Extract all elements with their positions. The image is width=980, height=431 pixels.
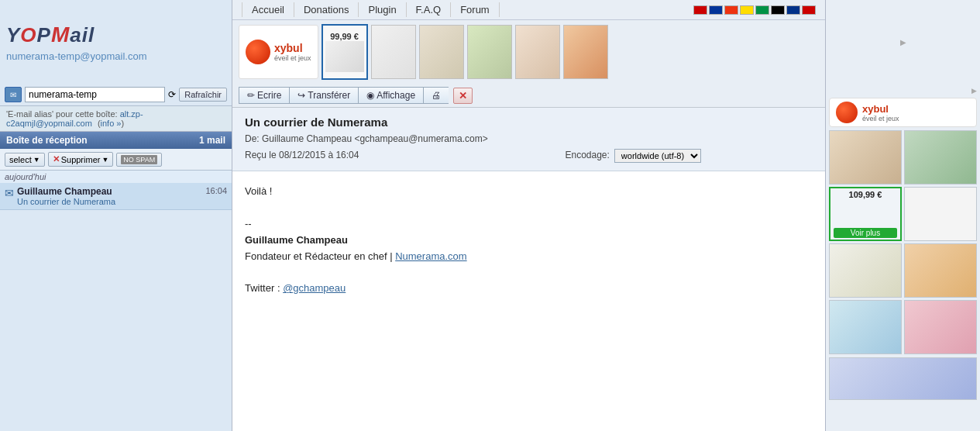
date-label: aujourd'hui <box>0 171 232 183</box>
right-ad-price: 109,99 € <box>830 190 900 199</box>
top-ad-item-4[interactable] <box>467 25 512 79</box>
mail-count: 1 mail <box>199 135 225 146</box>
body-separator: -- <box>245 216 813 233</box>
refresh-icon: ⟳ <box>168 89 176 100</box>
close-icon: ✕ <box>459 90 467 102</box>
delete-x-icon: ✕ <box>53 154 60 164</box>
alias-prefix: 'E-mail alias' pour cette boîte: <box>6 109 118 119</box>
right-ad-grid: 109,99 € Voir plus <box>829 130 977 354</box>
flag-en <box>693 5 707 15</box>
view-icon: ◉ <box>366 90 374 101</box>
right-ad-panel: ▶ xybul éveil et jeux 109,99 € Voir plus <box>825 84 980 431</box>
encoding-label: Encodage: <box>565 148 609 163</box>
right-ad-xybul-logo[interactable]: xybul éveil et jeux <box>829 98 977 127</box>
transfer-icon: ↪ <box>297 90 305 101</box>
email-subject: Un courrier de Numerama <box>245 116 813 129</box>
top-ad-item-5[interactable] <box>515 25 560 79</box>
write-button[interactable]: ✏ Ecrire <box>239 87 289 104</box>
from-name: Guillaume Champeau <box>262 133 352 144</box>
mail-item[interactable]: ✉ Guillaume Champeau Un courrier de Nume… <box>0 183 232 210</box>
right-ad-brand: xybul <box>862 103 899 115</box>
top-ad-price: 99,99 € <box>330 32 359 41</box>
body-greeting: Voilà ! <box>245 185 272 197</box>
right-ad-item-4[interactable] <box>904 187 977 241</box>
right-ad-item-8[interactable] <box>904 300 977 354</box>
encoding-select[interactable]: worldwide (utf-8) <box>614 149 701 163</box>
right-ad-item-7[interactable] <box>829 300 902 354</box>
numerama-link[interactable]: Numerama.com <box>395 250 466 262</box>
delete-button[interactable]: ✕ Supprimer ▼ <box>48 152 114 167</box>
right-ad-item-5[interactable] <box>829 243 902 298</box>
flag-fr <box>786 5 800 15</box>
mail-item-content: Guillaume Champeau Un courrier de Numera… <box>17 186 205 206</box>
alias-info[interactable]: info » <box>101 119 122 128</box>
inbox-label: Boîte de réception <box>6 135 88 146</box>
flag-it <box>755 5 769 15</box>
right-ad-item-1[interactable] <box>829 130 902 184</box>
top-ad-xybul-logo[interactable]: xybul éveil et jeux <box>239 25 318 79</box>
body-twitter: Twitter : @gchampeau <box>245 281 813 297</box>
twitter-handle[interactable]: @gchampeau <box>283 282 346 294</box>
flag-de <box>771 5 785 15</box>
top-ad-item-3[interactable] <box>419 25 464 79</box>
view-button[interactable]: ◉ Affichage <box>358 87 423 104</box>
right-ad-item-2[interactable] <box>904 130 977 184</box>
top-ad-sub: éveil et jeux <box>274 54 311 62</box>
flag-ru <box>709 5 723 15</box>
right-ad-featured[interactable]: 109,99 € Voir plus <box>829 187 902 241</box>
nav-plugin[interactable]: Plugin <box>359 2 406 17</box>
main-nav: Accueil Donations Plugin F.A.Q Forum <box>242 2 500 17</box>
top-ad-selected-item[interactable]: 99,99 € <box>322 24 368 80</box>
close-button[interactable]: ✕ <box>453 88 473 104</box>
write-label: Ecrire <box>257 90 281 101</box>
inbox-header: Boîte de réception 1 mail <box>0 132 232 149</box>
user-email: numerama-temp@yopmail.com <box>6 50 225 62</box>
delete-label: Supprimer <box>61 155 101 164</box>
spam-label: NO SPAM <box>121 155 157 164</box>
ad-label: ▶ <box>829 87 977 95</box>
email-meta: De: Guillaume Champeau <gchampeau@numera… <box>245 132 813 163</box>
print-button[interactable]: 🖨 <box>423 87 449 104</box>
transfer-label: Transférer <box>308 90 350 101</box>
body-title: Fondateur et Rédacteur en chef | Numeram… <box>245 249 813 265</box>
email-input[interactable] <box>25 87 165 102</box>
transfer-button[interactable]: ↪ Transférer <box>289 87 358 104</box>
nav-accueil[interactable]: Accueil <box>242 2 294 17</box>
print-icon: 🖨 <box>432 90 441 101</box>
select-arrow-icon: ▼ <box>33 156 40 164</box>
top-ad-item-2[interactable] <box>371 25 416 79</box>
flag-other <box>802 5 816 15</box>
nav-donations[interactable]: Donations <box>294 2 359 17</box>
top-right-area: ▶ <box>825 0 980 84</box>
mail-envelope-icon: ✉ <box>5 187 14 199</box>
email-header: Un courrier de Numerama De: Guillaume Ch… <box>232 108 825 171</box>
top-ad-banner: xybul éveil et jeux 99,99 € <box>232 20 825 84</box>
view-label: Affichage <box>377 90 415 101</box>
twitter-label: Twitter : <box>245 282 280 294</box>
select-label: select <box>9 155 32 164</box>
email-input-row: ✉ ⟳ Rafraîchir <box>0 84 232 106</box>
right-ad-item-bottom[interactable] <box>829 357 977 400</box>
flag-cn <box>724 5 738 15</box>
voir-plus-label: Voir plus <box>834 228 897 238</box>
logo: YOPMail <box>6 22 225 47</box>
spam-button[interactable]: NO SPAM <box>116 153 162 167</box>
refresh-button[interactable]: Rafraîchir <box>179 88 227 102</box>
nav-faq[interactable]: F.A.Q <box>407 2 452 17</box>
xybul-ball-top <box>246 40 270 64</box>
top-ad-item-img <box>325 41 364 72</box>
write-icon: ✏ <box>247 90 255 101</box>
right-ad-sub: éveil et jeux <box>862 115 899 122</box>
flag-ua <box>740 5 754 15</box>
right-ad-item-6[interactable] <box>904 243 977 298</box>
top-ad-brand: xybul <box>274 42 311 54</box>
select-button[interactable]: select ▼ <box>5 153 45 167</box>
mail-time: 16:04 <box>205 186 227 195</box>
nav-forum[interactable]: Forum <box>451 2 500 17</box>
received-info: Reçu le 08/12/2015 à 16:04 <box>245 148 359 163</box>
email-toolbar: ✏ Ecrire ↪ Transférer ◉ Affichage 🖨 ✕ <box>232 84 825 108</box>
xybul-ball-right <box>836 102 858 123</box>
alias-bar: 'E-mail alias' pour cette boîte: alt.zp-… <box>0 106 232 132</box>
mail-sender: Guillaume Champeau <box>17 186 205 197</box>
top-ad-item-6[interactable] <box>563 25 608 79</box>
